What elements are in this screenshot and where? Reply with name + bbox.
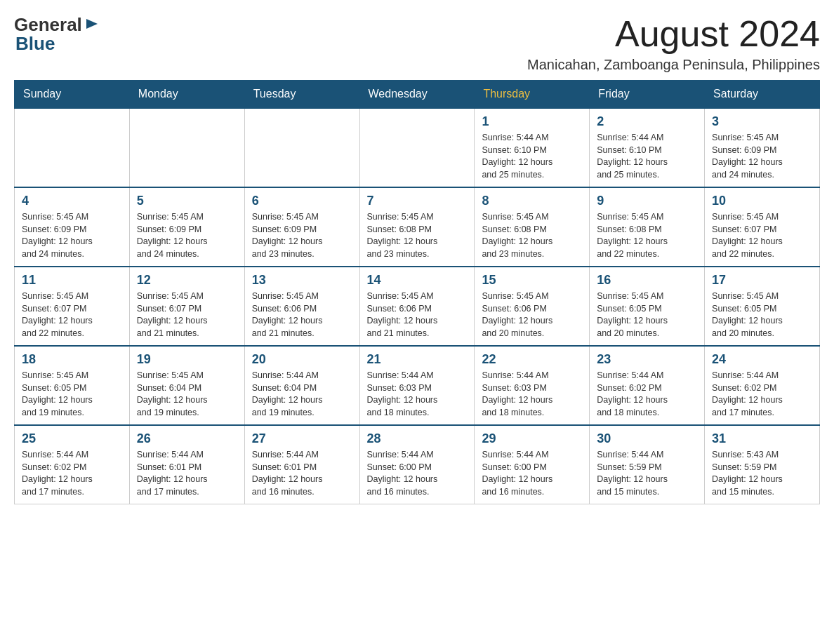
day-info: Sunrise: 5:44 AM Sunset: 5:59 PM Dayligh… xyxy=(597,449,697,498)
day-info: Sunrise: 5:44 AM Sunset: 6:01 PM Dayligh… xyxy=(252,449,352,498)
day-cell-28: 28Sunrise: 5:44 AM Sunset: 6:00 PM Dayli… xyxy=(359,425,475,504)
day-info: Sunrise: 5:45 AM Sunset: 6:09 PM Dayligh… xyxy=(22,211,122,260)
day-cell-17: 17Sunrise: 5:45 AM Sunset: 6:05 PM Dayli… xyxy=(705,267,820,346)
day-info: Sunrise: 5:44 AM Sunset: 6:04 PM Dayligh… xyxy=(252,370,352,419)
day-info: Sunrise: 5:44 AM Sunset: 6:00 PM Dayligh… xyxy=(367,449,468,498)
day-number: 12 xyxy=(137,273,237,288)
day-number: 5 xyxy=(137,194,237,208)
logo-triangle-icon xyxy=(84,16,99,32)
day-number: 15 xyxy=(482,273,582,288)
day-info: Sunrise: 5:45 AM Sunset: 6:06 PM Dayligh… xyxy=(252,290,352,340)
day-info: Sunrise: 5:44 AM Sunset: 6:02 PM Dayligh… xyxy=(712,370,812,419)
day-cell-5: 5Sunrise: 5:45 AM Sunset: 6:09 PM Daylig… xyxy=(129,187,244,267)
day-info: Sunrise: 5:45 AM Sunset: 6:08 PM Dayligh… xyxy=(367,211,468,260)
day-info: Sunrise: 5:44 AM Sunset: 6:01 PM Dayligh… xyxy=(137,449,237,498)
day-cell-2: 2Sunrise: 5:44 AM Sunset: 6:10 PM Daylig… xyxy=(590,108,705,187)
day-cell-29: 29Sunrise: 5:44 AM Sunset: 6:00 PM Dayli… xyxy=(475,425,590,504)
day-info: Sunrise: 5:45 AM Sunset: 6:06 PM Dayligh… xyxy=(482,290,582,340)
day-info: Sunrise: 5:45 AM Sunset: 6:08 PM Dayligh… xyxy=(597,211,697,260)
day-cell-3: 3Sunrise: 5:45 AM Sunset: 6:09 PM Daylig… xyxy=(705,108,820,187)
day-number: 13 xyxy=(252,273,352,288)
day-number: 19 xyxy=(137,352,237,367)
day-cell-21: 21Sunrise: 5:44 AM Sunset: 6:03 PM Dayli… xyxy=(359,346,475,425)
day-cell-24: 24Sunrise: 5:44 AM Sunset: 6:02 PM Dayli… xyxy=(705,346,820,425)
day-info: Sunrise: 5:43 AM Sunset: 5:59 PM Dayligh… xyxy=(712,449,812,498)
svg-marker-0 xyxy=(86,19,98,29)
week-row-3: 11Sunrise: 5:45 AM Sunset: 6:07 PM Dayli… xyxy=(15,267,820,346)
day-number: 26 xyxy=(137,431,237,446)
day-cell-31: 31Sunrise: 5:43 AM Sunset: 5:59 PM Dayli… xyxy=(705,425,820,504)
day-cell-23: 23Sunrise: 5:44 AM Sunset: 6:02 PM Dayli… xyxy=(590,346,705,425)
header-wednesday: Wednesday xyxy=(359,81,475,109)
day-cell-11: 11Sunrise: 5:45 AM Sunset: 6:07 PM Dayli… xyxy=(15,267,130,346)
logo-blue-label: Blue xyxy=(15,33,55,54)
day-info: Sunrise: 5:45 AM Sunset: 6:05 PM Dayligh… xyxy=(712,290,812,340)
day-cell-12: 12Sunrise: 5:45 AM Sunset: 6:07 PM Dayli… xyxy=(129,267,244,346)
day-info: Sunrise: 5:44 AM Sunset: 6:03 PM Dayligh… xyxy=(367,370,468,419)
day-info: Sunrise: 5:45 AM Sunset: 6:07 PM Dayligh… xyxy=(712,211,812,260)
day-number: 21 xyxy=(367,352,468,367)
day-number: 17 xyxy=(712,273,812,288)
header-friday: Friday xyxy=(590,81,705,109)
day-cell-empty xyxy=(244,108,359,187)
day-cell-1: 1Sunrise: 5:44 AM Sunset: 6:10 PM Daylig… xyxy=(475,108,590,187)
day-cell-18: 18Sunrise: 5:45 AM Sunset: 6:05 PM Dayli… xyxy=(15,346,130,425)
week-row-2: 4Sunrise: 5:45 AM Sunset: 6:09 PM Daylig… xyxy=(15,187,820,267)
day-info: Sunrise: 5:45 AM Sunset: 6:07 PM Dayligh… xyxy=(137,290,237,340)
day-number: 23 xyxy=(597,352,697,367)
day-info: Sunrise: 5:45 AM Sunset: 6:09 PM Dayligh… xyxy=(252,211,352,260)
day-cell-22: 22Sunrise: 5:44 AM Sunset: 6:03 PM Dayli… xyxy=(475,346,590,425)
day-cell-8: 8Sunrise: 5:45 AM Sunset: 6:08 PM Daylig… xyxy=(475,187,590,267)
day-number: 28 xyxy=(367,431,468,446)
day-info: Sunrise: 5:45 AM Sunset: 6:04 PM Dayligh… xyxy=(137,370,237,419)
day-info: Sunrise: 5:44 AM Sunset: 6:10 PM Dayligh… xyxy=(597,132,697,181)
day-number: 4 xyxy=(22,194,122,208)
header-monday: Monday xyxy=(129,81,244,109)
day-number: 7 xyxy=(367,194,468,208)
day-cell-27: 27Sunrise: 5:44 AM Sunset: 6:01 PM Dayli… xyxy=(244,425,359,504)
day-cell-26: 26Sunrise: 5:44 AM Sunset: 6:01 PM Dayli… xyxy=(129,425,244,504)
day-info: Sunrise: 5:44 AM Sunset: 6:10 PM Dayligh… xyxy=(482,132,582,181)
day-number: 9 xyxy=(597,194,697,208)
day-cell-20: 20Sunrise: 5:44 AM Sunset: 6:04 PM Dayli… xyxy=(244,346,359,425)
day-number: 6 xyxy=(252,194,352,208)
day-info: Sunrise: 5:44 AM Sunset: 6:03 PM Dayligh… xyxy=(482,370,582,419)
day-number: 1 xyxy=(482,114,582,129)
calendar-header-row: Sunday Monday Tuesday Wednesday Thursday… xyxy=(15,81,820,109)
day-info: Sunrise: 5:45 AM Sunset: 6:05 PM Dayligh… xyxy=(22,370,122,419)
day-cell-19: 19Sunrise: 5:45 AM Sunset: 6:04 PM Dayli… xyxy=(129,346,244,425)
day-number: 14 xyxy=(367,273,468,288)
day-info: Sunrise: 5:44 AM Sunset: 6:02 PM Dayligh… xyxy=(597,370,697,419)
location-title: Manicahan, Zamboanga Peninsula, Philippi… xyxy=(527,57,820,73)
day-cell-13: 13Sunrise: 5:45 AM Sunset: 6:06 PM Dayli… xyxy=(244,267,359,346)
day-cell-9: 9Sunrise: 5:45 AM Sunset: 6:08 PM Daylig… xyxy=(590,187,705,267)
day-number: 24 xyxy=(712,352,812,367)
day-info: Sunrise: 5:44 AM Sunset: 6:02 PM Dayligh… xyxy=(22,449,122,498)
week-row-5: 25Sunrise: 5:44 AM Sunset: 6:02 PM Dayli… xyxy=(15,425,820,504)
day-number: 20 xyxy=(252,352,352,367)
day-number: 25 xyxy=(22,431,122,446)
day-cell-4: 4Sunrise: 5:45 AM Sunset: 6:09 PM Daylig… xyxy=(15,187,130,267)
day-number: 3 xyxy=(712,114,812,129)
day-cell-30: 30Sunrise: 5:44 AM Sunset: 5:59 PM Dayli… xyxy=(590,425,705,504)
header-thursday: Thursday xyxy=(475,81,590,109)
week-row-1: 1Sunrise: 5:44 AM Sunset: 6:10 PM Daylig… xyxy=(15,108,820,187)
day-cell-6: 6Sunrise: 5:45 AM Sunset: 6:09 PM Daylig… xyxy=(244,187,359,267)
day-number: 30 xyxy=(597,431,697,446)
day-cell-14: 14Sunrise: 5:45 AM Sunset: 6:06 PM Dayli… xyxy=(359,267,475,346)
day-number: 11 xyxy=(22,273,122,288)
week-row-4: 18Sunrise: 5:45 AM Sunset: 6:05 PM Dayli… xyxy=(15,346,820,425)
page-header: General Blue August 2024 Manicahan, Zamb… xyxy=(14,14,820,73)
day-cell-empty xyxy=(359,108,475,187)
day-number: 10 xyxy=(712,194,812,208)
header-tuesday: Tuesday xyxy=(244,81,359,109)
day-cell-empty xyxy=(129,108,244,187)
day-cell-15: 15Sunrise: 5:45 AM Sunset: 6:06 PM Dayli… xyxy=(475,267,590,346)
day-cell-10: 10Sunrise: 5:45 AM Sunset: 6:07 PM Dayli… xyxy=(705,187,820,267)
day-number: 27 xyxy=(252,431,352,446)
day-info: Sunrise: 5:44 AM Sunset: 6:00 PM Dayligh… xyxy=(482,449,582,498)
month-title: August 2024 xyxy=(527,14,820,54)
day-number: 22 xyxy=(482,352,582,367)
day-number: 18 xyxy=(22,352,122,367)
logo: General Blue xyxy=(14,14,99,55)
